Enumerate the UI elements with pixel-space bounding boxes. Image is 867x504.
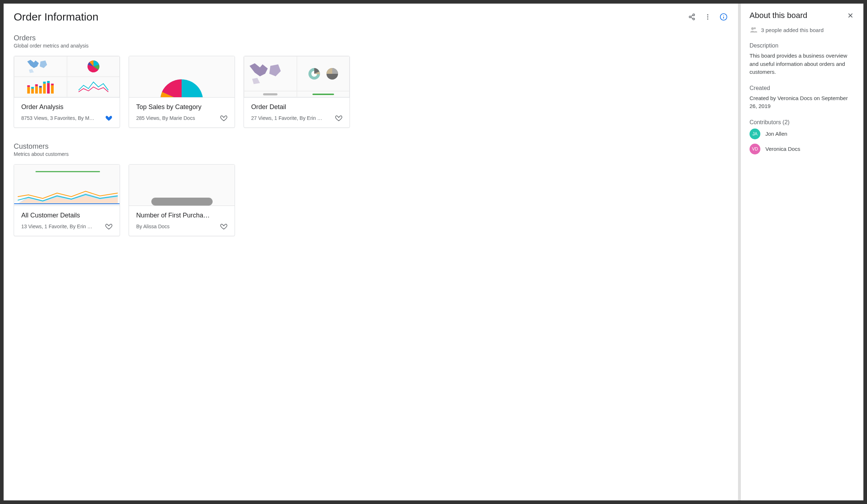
svg-rect-21	[43, 82, 46, 84]
svg-point-1	[689, 16, 691, 18]
panel-divider[interactable]	[738, 4, 741, 500]
svg-line-3	[691, 15, 693, 16]
svg-point-5	[707, 14, 708, 15]
card-order-analysis[interactable]: Order Analysis 8753 Views, 3 Favorites, …	[14, 56, 120, 128]
svg-point-37	[754, 27, 756, 30]
card-thumbnail	[14, 56, 120, 98]
svg-point-36	[751, 27, 754, 30]
people-icon	[750, 26, 757, 34]
avatar: JA	[750, 129, 760, 139]
card-all-customer-details[interactable]: All Customer Details 13 Views, 1 Favorit…	[14, 164, 120, 236]
contributor-row: VD Veronica Docs	[750, 144, 855, 154]
svg-point-7	[707, 18, 708, 19]
card-meta: 27 Views, 1 Favorite, By Erin …	[251, 115, 332, 121]
share-icon[interactable]	[688, 13, 696, 21]
section-subtitle-orders: Global order metrics and analysis	[14, 43, 728, 49]
card-thumbnail	[129, 165, 235, 206]
svg-point-6	[707, 16, 708, 17]
card-title: All Customer Details	[21, 212, 112, 219]
svg-rect-13	[27, 85, 30, 87]
svg-rect-12	[27, 87, 30, 94]
contributor-name: Jon Allen	[765, 131, 787, 137]
svg-rect-16	[35, 86, 38, 94]
contributor-row: JA Jon Allen	[750, 129, 855, 139]
more-icon[interactable]	[703, 13, 712, 21]
svg-rect-19	[39, 86, 42, 88]
svg-rect-23	[47, 81, 50, 83]
heart-outline-icon[interactable]	[335, 114, 342, 122]
description-text: This board provides a business overview …	[750, 52, 855, 76]
card-title: Order Analysis	[21, 103, 112, 111]
svg-line-4	[691, 17, 693, 18]
close-icon[interactable]	[846, 11, 855, 20]
card-title: Top Sales by Category	[136, 103, 227, 111]
info-icon[interactable]	[719, 13, 728, 21]
svg-rect-14	[31, 89, 34, 94]
card-title: Order Detail	[251, 103, 342, 111]
section-title-orders: Orders	[14, 34, 728, 42]
svg-rect-24	[51, 85, 54, 94]
heart-outline-icon[interactable]	[220, 223, 227, 230]
svg-rect-15	[31, 87, 34, 89]
card-meta: By Alissa Docs	[136, 224, 217, 229]
contributors-label: Contributors (2)	[750, 119, 855, 126]
heart-outline-icon[interactable]	[105, 223, 112, 230]
page-title: Order Information	[14, 11, 98, 23]
svg-rect-20	[43, 84, 46, 94]
card-thumbnail	[129, 56, 235, 98]
card-thumbnail	[14, 165, 120, 206]
section-title-customers: Customers	[14, 142, 728, 150]
avatar: VD	[750, 144, 760, 154]
sidebar-title: About this board	[750, 11, 807, 20]
svg-point-2	[693, 18, 695, 20]
heart-filled-icon[interactable]	[105, 114, 112, 122]
card-meta: 13 Views, 1 Favorite, By Erin …	[21, 224, 102, 229]
heart-outline-icon[interactable]	[220, 114, 227, 122]
card-top-sales[interactable]: Top Sales by Category 285 Views, By Mari…	[129, 56, 235, 128]
people-text: 3 people added this board	[761, 27, 823, 33]
svg-point-10	[723, 15, 724, 16]
card-meta: 285 Views, By Marie Docs	[136, 115, 217, 121]
svg-rect-22	[47, 83, 50, 94]
card-title: Number of First Purcha…	[136, 212, 227, 219]
contributor-name: Veronica Docs	[765, 146, 800, 152]
svg-rect-25	[51, 84, 54, 85]
section-subtitle-customers: Metrics about customers	[14, 151, 728, 157]
svg-point-0	[693, 14, 695, 16]
created-label: Created	[750, 85, 855, 91]
card-thumbnail	[244, 56, 350, 98]
card-meta: 8753 Views, 3 Favorites, By M…	[21, 115, 102, 121]
svg-rect-18	[39, 87, 42, 94]
description-label: Description	[750, 42, 855, 49]
created-text: Created by Veronica Docs on September 26…	[750, 94, 855, 111]
svg-rect-17	[35, 84, 38, 86]
card-order-detail[interactable]: Order Detail 27 Views, 1 Favorite, By Er…	[244, 56, 350, 128]
card-number-first-purchases[interactable]: Number of First Purcha… By Alissa Docs	[129, 164, 235, 236]
